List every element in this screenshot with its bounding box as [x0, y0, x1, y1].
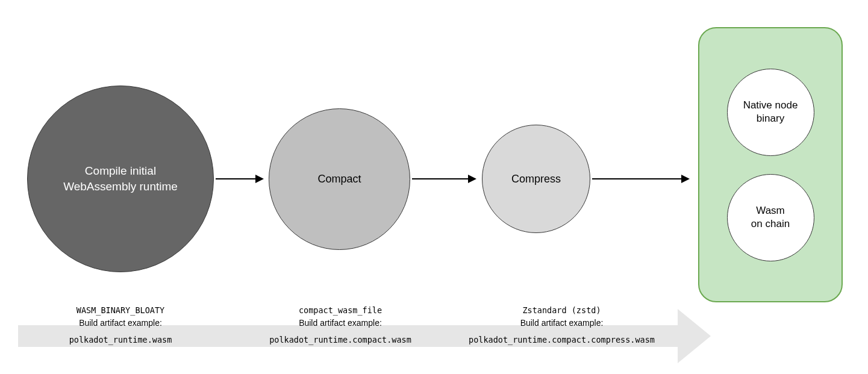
- result-wasm-label: Wasm on chain: [751, 204, 790, 231]
- caption-compact: compact_wasm_file Build artifact example…: [244, 304, 437, 346]
- caption-compress-artifact-label: Build artifact example:: [458, 317, 666, 330]
- caption-compact-artifact: polkadot_runtime.compact.wasm: [244, 334, 437, 346]
- arrow-compact-to-compress: [412, 178, 475, 179]
- stage-compress-label: Compress: [511, 173, 561, 185]
- arrow-compress-to-result: [592, 178, 688, 179]
- result-wasm-on-chain: Wasm on chain: [727, 174, 814, 261]
- caption-compact-artifact-label: Build artifact example:: [244, 317, 437, 330]
- result-native-label: Native node binary: [743, 99, 798, 125]
- caption-compact-code: compact_wasm_file: [244, 304, 437, 317]
- caption-compile-artifact: polkadot_runtime.wasm: [27, 334, 214, 346]
- caption-compress-artifact: polkadot_runtime.compact.compress.wasm: [458, 334, 666, 346]
- caption-compress: Zstandard (zstd) Build artifact example:…: [458, 304, 666, 346]
- stage-compress-circle: Compress: [482, 125, 590, 233]
- stage-compile-circle: Compile initial WebAssembly runtime: [27, 86, 214, 272]
- stage-compile-label: Compile initial WebAssembly runtime: [63, 163, 178, 194]
- arrow-compile-to-compact: [216, 178, 263, 179]
- result-container: Native node binary Wasm on chain: [698, 27, 843, 302]
- caption-compile: WASM_BINARY_BLOATY Build artifact exampl…: [27, 304, 214, 346]
- result-native-binary: Native node binary: [727, 69, 814, 156]
- stage-compact-circle: Compact: [269, 108, 410, 250]
- build-process-diagram: Compile initial WebAssembly runtime Comp…: [0, 0, 868, 374]
- stage-compact-label: Compact: [317, 173, 361, 185]
- caption-compile-artifact-label: Build artifact example:: [27, 317, 214, 330]
- caption-compile-code: WASM_BINARY_BLOATY: [27, 304, 214, 317]
- caption-compress-code: Zstandard (zstd): [458, 304, 666, 317]
